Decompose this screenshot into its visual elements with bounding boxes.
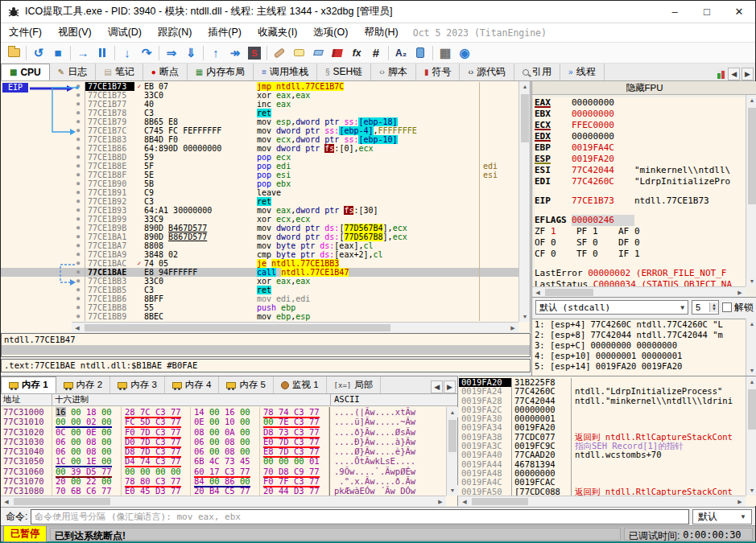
argument-row[interactable]: 5: [esp+14] 0019FA20 0019FA20 xyxy=(532,361,746,372)
disasm-row[interactable]: ●77CE1B9B890D B467D577mov dword ptr ds:[… xyxy=(1,224,518,232)
comment-button[interactable] xyxy=(289,44,308,62)
disasm-row[interactable]: ●77CE1B7533C0xor eax,eax xyxy=(1,91,518,100)
breakpoint-dot-icon[interactable]: ● xyxy=(72,312,85,321)
tab-日志[interactable]: ✎日志 xyxy=(50,64,96,80)
breakpoint-dot-icon[interactable]: ● xyxy=(72,268,85,277)
dump-tab-内存 4[interactable]: 内存 4 xyxy=(165,376,220,393)
goto-button[interactable]: # xyxy=(366,44,386,62)
breakpoint-dot-icon[interactable]: ● xyxy=(72,303,85,312)
dump-tab-内存 2[interactable]: 内存 2 xyxy=(56,376,111,393)
dump-row[interactable]: 77C3101000 00 02 00FC 5D C3 770E 00 10 0… xyxy=(1,417,446,426)
disasm-row[interactable]: ●77CE1B78C3ret xyxy=(1,109,518,117)
menu-item-3[interactable]: 跟踪(N) xyxy=(150,23,200,42)
dump-row[interactable]: 77C3104006 00 08 00D8 7D C3 7706 00 08 0… xyxy=(1,446,446,456)
open-file-button[interactable] xyxy=(4,44,23,62)
register-row[interactable]: EDI77C4260C"LdrpInitializePro xyxy=(535,176,746,187)
register-row[interactable]: EAX00000000 xyxy=(535,97,746,109)
run-to-user-button[interactable]: ↠ xyxy=(225,44,245,62)
disasm-row[interactable]: ●77CE1BB68BFFmov edi,edi xyxy=(1,294,518,303)
trace-into-button[interactable]: ⇒ xyxy=(162,44,181,62)
trace-over-button[interactable]: ⇓ xyxy=(181,44,200,62)
dump-row[interactable]: 77C3107020 00 22 0078 80 C3 7784 00 86 0… xyxy=(1,476,446,486)
argument-row[interactable]: 3: [esp+C] 00000000 00000000 xyxy=(532,340,746,351)
pause-button[interactable] xyxy=(93,44,112,62)
spinner-arrows-icon[interactable]: ▲▼ xyxy=(709,302,718,312)
dump-tab-内存 1[interactable]: 内存 1 xyxy=(1,376,56,393)
disasm-row[interactable]: ●77CE1BB855push ebp xyxy=(1,303,518,312)
disasm-row[interactable]: ●77CE1B73✓EB 07jmp ntdll.77CE1B7C xyxy=(1,82,518,91)
registers-hscrollbar[interactable]: ◀ ▶ xyxy=(532,286,746,297)
breakpoint-dot-icon[interactable]: ● xyxy=(72,82,85,91)
run-button[interactable]: → xyxy=(73,44,93,62)
arg-count-spinner[interactable]: 5 ▲▼ xyxy=(692,300,719,315)
disasm-row[interactable]: ●77CE1B8D59pop ecx xyxy=(1,153,518,162)
dump-row[interactable]: 77C310501C 00 1E 00D4 74 C3 776B 4C 73 4… xyxy=(1,456,446,466)
breakpoint-dot-icon[interactable]: ● xyxy=(72,171,85,179)
tab-断点[interactable]: ●断点 xyxy=(143,64,188,80)
close-button[interactable]: ✕ xyxy=(723,2,755,23)
disasm-row[interactable]: ●77CE1B798B65 E8mov esp,dword ptr ss:[eb… xyxy=(1,117,518,126)
patch-button[interactable] xyxy=(270,44,289,62)
tab-线程[interactable]: »线程 xyxy=(560,64,605,80)
disasm-row[interactable]: ●77CE1B8E5Fpop ediedi xyxy=(1,162,518,171)
menu-item-0[interactable]: 文件(F) xyxy=(1,23,50,42)
dump-tab-监视 1[interactable]: 监视 1 xyxy=(274,376,327,393)
dump-tabs-right-icon[interactable]: ▶ xyxy=(444,381,456,393)
breakpoint-dot-icon[interactable]: ● xyxy=(72,117,85,126)
disasm-hscrollbar[interactable]: ◀ ▶ xyxy=(72,322,518,332)
dump-row[interactable]: 77C310200C 00 0E 00F0 7D C3 7708 00 0A 0… xyxy=(1,427,446,437)
tab-引用[interactable]: 引用 xyxy=(514,64,560,80)
menu-item-1[interactable]: 视图(V) xyxy=(50,23,100,42)
internet-button[interactable]: ◉ xyxy=(455,44,474,62)
stack-pane[interactable]: 0019FA2031B225F80019FA2477C4260Cntdll."L… xyxy=(459,376,756,506)
stack-row[interactable]: 0019FA4077CAAD20ntdll.wcstombs+70 xyxy=(459,450,746,459)
memory-dump-pane[interactable]: 内存 1内存 2内存 3内存 4内存 5监视 1[x=]局部◀▶ 地址 十六进制… xyxy=(1,376,458,506)
tab-笔记[interactable]: ▤笔记 xyxy=(96,64,143,80)
tab-内存布局[interactable]: ▦内存布局 xyxy=(188,64,254,80)
breakpoint-dot-icon[interactable]: ● xyxy=(72,259,85,268)
registers-vscrollbar[interactable]: ▲ ▼ xyxy=(746,95,756,286)
dump-row[interactable]: 77C3108070 6B C6 77E0 45 D3 7720 B4 C5 7… xyxy=(1,486,446,496)
stop-button[interactable]: ■ xyxy=(48,44,68,62)
stack-hscrollbar[interactable]: ◀ ▶ xyxy=(459,496,746,506)
animate-button[interactable]: S xyxy=(245,44,264,62)
disasm-row[interactable]: ●77CE1B7CC745 FC FEFFFFFFmov dword ptr s… xyxy=(1,126,518,135)
breakpoint-dot-icon[interactable]: ● xyxy=(72,135,85,144)
menu-item-2[interactable]: 调试(D) xyxy=(100,23,150,42)
tab-SEH链[interactable]: §SEH链 xyxy=(317,64,371,80)
register-row[interactable]: EIP77CE1B73ntdll.77CE1B73 xyxy=(535,195,746,207)
disasm-row[interactable]: ●77CE1BAC✓74 05je ntdll.77CE1BB3 xyxy=(1,259,518,268)
menu-item-7[interactable]: 帮助(H) xyxy=(356,23,406,42)
disassembly-pane[interactable]: ●77CE1B73✓EB 07jmp ntdll.77CE1B7C●77CE1B… xyxy=(1,81,531,332)
last-error-row[interactable]: LastStatus C0000034 (STATUS_OBJECT_NA xyxy=(535,279,746,286)
calculator-button[interactable]: ▦ xyxy=(436,44,455,62)
graph-icon[interactable] xyxy=(717,69,726,79)
step-out-button[interactable]: ↑ xyxy=(206,44,225,62)
breakpoint-dot-icon[interactable]: ● xyxy=(72,286,85,294)
step-over-button[interactable]: ↷ xyxy=(137,44,156,62)
dump-vscrollbar[interactable]: ▲ ▼ xyxy=(446,407,457,496)
calling-convention-select[interactable]: 默认 (stdcall) ▼ xyxy=(535,300,688,315)
tab-脚本[interactable]: ‹›脚本 xyxy=(371,64,416,80)
breakpoint-dot-icon[interactable]: ● xyxy=(72,126,85,135)
unlock-checkbox[interactable] xyxy=(722,302,732,312)
flags-row[interactable]: CF 0TF 0IF 1 xyxy=(535,249,746,260)
registers-pane[interactable]: 隐藏FPU EAX00000000EBX00000000ECXFFEC0000E… xyxy=(531,81,756,297)
register-row[interactable]: EBX00000000 xyxy=(535,109,746,120)
breakpoint-dot-icon[interactable]: ● xyxy=(72,224,85,232)
maximize-button[interactable]: □ xyxy=(691,2,723,23)
breakpoint-dot-icon[interactable]: ● xyxy=(72,91,85,100)
tab-CPU[interactable]: ▦CPU xyxy=(1,64,50,80)
breakpoint-dot-icon[interactable]: ● xyxy=(72,277,85,286)
font-button[interactable]: A₂ xyxy=(391,44,411,62)
register-row[interactable]: ESI77C42044"minkernel\\ntdll\ xyxy=(535,165,746,176)
flags-row[interactable]: ZF 1PF 1AF 0 xyxy=(535,226,746,237)
disasm-row[interactable]: ●77CE1BB333C0xor eax,eax xyxy=(1,277,518,286)
stack-vscrollbar[interactable]: ▲ ▼ xyxy=(746,376,756,496)
disasm-row[interactable]: ●77CE1B9933C9xor ecx,ecx xyxy=(1,215,518,224)
breakpoint-dot-icon[interactable]: ● xyxy=(72,100,85,109)
menu-item-5[interactable]: 收藏夹(I) xyxy=(250,23,305,42)
flags-row[interactable]: OF 0SF 0DF 0 xyxy=(535,237,746,249)
disasm-row[interactable]: ●77CE1B7740inc eax xyxy=(1,100,518,109)
disasm-row[interactable]: ●77CE1BA93848 02cmp byte ptr ds:[eax+2],… xyxy=(1,250,518,259)
